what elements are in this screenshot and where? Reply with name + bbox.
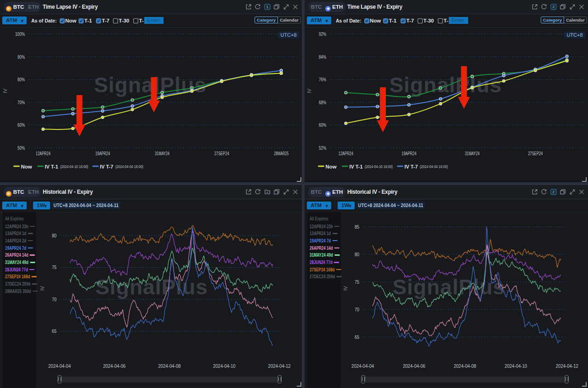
svg-text:1: 1 — [266, 4, 269, 9]
svg-text:2: 2 — [552, 4, 554, 9]
svg-text:2: 2 — [552, 189, 554, 194]
